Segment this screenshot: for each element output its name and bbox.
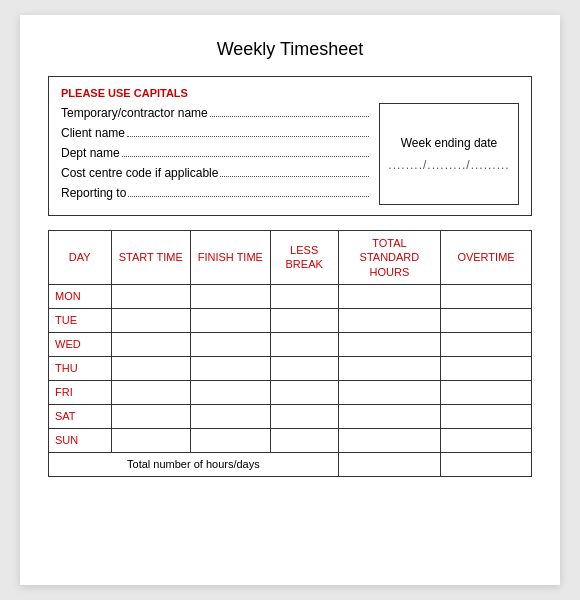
break-cell-0[interactable]: [270, 284, 338, 308]
overtime-cell-0[interactable]: [441, 284, 532, 308]
field-row-1: Client name: [61, 125, 369, 140]
finish-cell-6[interactable]: [191, 428, 271, 452]
break-cell-6[interactable]: [270, 428, 338, 452]
table-row: FRI: [49, 380, 532, 404]
start-cell-1[interactable]: [111, 308, 191, 332]
break-cell-2[interactable]: [270, 332, 338, 356]
total-cell-4[interactable]: [338, 380, 440, 404]
field-label-3: Cost centre code if applicable: [61, 166, 218, 180]
overtime-cell-5[interactable]: [441, 404, 532, 428]
total-label: Total number of hours/days: [49, 452, 339, 476]
overtime-cell-2[interactable]: [441, 332, 532, 356]
day-label-6: SUN: [49, 428, 112, 452]
break-cell-4[interactable]: [270, 380, 338, 404]
break-cell-3[interactable]: [270, 356, 338, 380]
header-total: TOTAL STANDARD HOURS: [338, 231, 440, 285]
header-day: DAY: [49, 231, 112, 285]
finish-cell-2[interactable]: [191, 332, 271, 356]
day-label-2: WED: [49, 332, 112, 356]
overtime-cell-6[interactable]: [441, 428, 532, 452]
header-finish: FINISH TIME: [191, 231, 271, 285]
total-cell-0[interactable]: [338, 284, 440, 308]
field-row-0: Temporary/contractor name: [61, 105, 369, 120]
finish-cell-3[interactable]: [191, 356, 271, 380]
header-start: START TIME: [111, 231, 191, 285]
start-cell-0[interactable]: [111, 284, 191, 308]
total-standard-cell[interactable]: [338, 452, 440, 476]
finish-cell-4[interactable]: [191, 380, 271, 404]
day-label-3: THU: [49, 356, 112, 380]
start-cell-4[interactable]: [111, 380, 191, 404]
day-label-0: MON: [49, 284, 112, 308]
field-row-3: Cost centre code if applicable: [61, 165, 369, 180]
timesheet-table: DAY START TIME FINISH TIME LESS BREAK TO…: [48, 230, 532, 477]
finish-cell-0[interactable]: [191, 284, 271, 308]
overtime-cell-1[interactable]: [441, 308, 532, 332]
week-ending-box: Week ending date ......../........./....…: [379, 103, 519, 205]
start-cell-2[interactable]: [111, 332, 191, 356]
total-overtime-cell[interactable]: [441, 452, 532, 476]
header-break: LESS BREAK: [270, 231, 338, 285]
total-row: Total number of hours/days: [49, 452, 532, 476]
total-cell-2[interactable]: [338, 332, 440, 356]
break-cell-5[interactable]: [270, 404, 338, 428]
field-label-4: Reporting to: [61, 186, 126, 200]
table-row: TUE: [49, 308, 532, 332]
overtime-cell-4[interactable]: [441, 380, 532, 404]
page: Weekly Timesheet PLEASE USE CAPITALS Tem…: [20, 15, 560, 585]
week-ending-label: Week ending date: [401, 136, 498, 150]
total-cell-6[interactable]: [338, 428, 440, 452]
total-cell-1[interactable]: [338, 308, 440, 332]
day-label-5: SAT: [49, 404, 112, 428]
day-label-4: FRI: [49, 380, 112, 404]
table-row: SAT: [49, 404, 532, 428]
info-section: PLEASE USE CAPITALS Temporary/contractor…: [48, 76, 532, 216]
finish-cell-5[interactable]: [191, 404, 271, 428]
table-row: SUN: [49, 428, 532, 452]
field-label-1: Client name: [61, 126, 125, 140]
total-cell-5[interactable]: [338, 404, 440, 428]
header-overtime: OVERTIME: [441, 231, 532, 285]
field-row-4: Reporting to: [61, 185, 369, 200]
field-label-2: Dept name: [61, 146, 120, 160]
table-row: THU: [49, 356, 532, 380]
total-cell-3[interactable]: [338, 356, 440, 380]
date-placeholder: ......../........./.........: [388, 158, 509, 172]
field-label-0: Temporary/contractor name: [61, 106, 208, 120]
start-cell-3[interactable]: [111, 356, 191, 380]
start-cell-5[interactable]: [111, 404, 191, 428]
notice-text: PLEASE USE CAPITALS: [61, 87, 369, 99]
field-row-2: Dept name: [61, 145, 369, 160]
info-left: PLEASE USE CAPITALS Temporary/contractor…: [61, 87, 369, 205]
day-label-1: TUE: [49, 308, 112, 332]
break-cell-1[interactable]: [270, 308, 338, 332]
finish-cell-1[interactable]: [191, 308, 271, 332]
start-cell-6[interactable]: [111, 428, 191, 452]
table-row: MON: [49, 284, 532, 308]
page-title: Weekly Timesheet: [48, 39, 532, 60]
table-row: WED: [49, 332, 532, 356]
overtime-cell-3[interactable]: [441, 356, 532, 380]
